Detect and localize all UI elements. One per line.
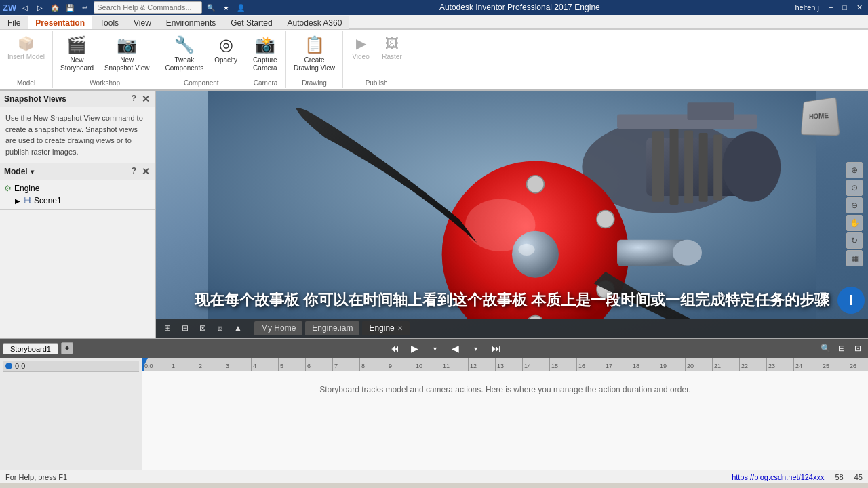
tab-a360[interactable]: Autodesk A360 xyxy=(280,16,350,29)
qa-user[interactable]: 👤 xyxy=(235,1,247,14)
timeline-area: 0.0 0.0123456789101112131415161718192021… xyxy=(0,358,868,470)
tab-file[interactable]: File xyxy=(0,16,28,29)
engine-tree-label: Engine xyxy=(14,184,39,193)
video-button[interactable]: ▶ Video xyxy=(346,33,376,64)
left-panel: Snapshot Views ? ✕ Use the New Snapshot … xyxy=(0,91,156,338)
tab-tools[interactable]: Tools xyxy=(92,16,126,29)
model-close-btn[interactable]: ✕ xyxy=(140,166,151,177)
tab-view[interactable]: View xyxy=(126,16,159,29)
drawing-group-label: Drawing xyxy=(289,78,340,87)
view-grid-toggle[interactable]: ⊟ xyxy=(178,321,193,336)
view-quad-btn[interactable]: ⧈ xyxy=(213,321,228,336)
tweak-label: TweakComponents xyxy=(165,56,203,73)
qa-undo[interactable]: ↩ xyxy=(79,1,91,14)
ruler-mark: 9 xyxy=(387,358,414,371)
ruler-mark: 23 xyxy=(766,358,793,371)
pan-btn[interactable]: ✋ xyxy=(846,215,863,231)
fit-timeline[interactable]: ⊡ xyxy=(850,342,865,355)
zoom-out-timeline[interactable]: ⊟ xyxy=(834,342,849,355)
search-input[interactable] xyxy=(97,3,192,12)
status-url: https://blog.csdn.net/124xxx xyxy=(732,473,824,481)
qa-forward[interactable]: ▷ xyxy=(34,1,46,14)
insert-model-button[interactable]: 📦 Insert Model xyxy=(3,33,50,64)
tree-item-scene1[interactable]: ▶ 🎞 Scene1 xyxy=(4,195,151,207)
engine-active-label: Engine xyxy=(369,323,394,333)
capture-camera-button[interactable]: 📸 CaptureCamera xyxy=(248,33,282,75)
snapshot-views-content: Use the New Snapshot View command to cre… xyxy=(0,107,155,163)
snapshot-close-btn[interactable]: ✕ xyxy=(140,94,151,104)
viewcube-box[interactable]: HOME xyxy=(801,97,840,136)
storyboard-tab-1[interactable]: Storyboard1 xyxy=(3,343,58,354)
tree-item-engine[interactable]: ⚙ Engine xyxy=(4,182,151,195)
titlebar: ZW ◁ ▷ 🏠 💾 ↩ 🔍 ★ 👤 Autodesk Inventor Pro… xyxy=(0,0,868,15)
storyboard-tab-label: Storyboard1 xyxy=(10,345,51,353)
ruler-marks: 0.01234567891011121314151617181920212223… xyxy=(142,358,868,371)
search-btn[interactable]: 🔍 xyxy=(205,1,217,14)
zoom-in-btn[interactable]: ⊕ xyxy=(846,162,863,178)
play-dropdown-btn[interactable]: ▾ xyxy=(428,342,443,355)
drawing-buttons: 📋 CreateDrawing View xyxy=(289,33,340,78)
snapshot-views-header: Snapshot Views ? ✕ xyxy=(0,91,155,107)
scene1-tree-label: Scene1 xyxy=(34,196,62,205)
ruler-mark: 11 xyxy=(441,358,468,371)
view-grid-btn[interactable]: ▦ xyxy=(846,250,863,266)
view-expand-btn[interactable]: ▲ xyxy=(231,321,245,336)
tab-environments[interactable]: Environments xyxy=(159,16,223,29)
snapshot-views-title: Snapshot Views xyxy=(4,94,66,104)
timeline-empty-message: Storyboard tracks model and camera actio… xyxy=(142,371,868,408)
play-btn[interactable]: ▶ xyxy=(408,342,422,355)
status-coord-y: 45 xyxy=(854,473,863,481)
zoom-out-btn[interactable]: ⊖ xyxy=(846,197,863,214)
search-bar[interactable] xyxy=(94,1,202,14)
model-help-btn[interactable]: ? xyxy=(132,166,136,177)
svg-rect-5 xyxy=(670,129,679,205)
model-header: Model ▾ ? ✕ xyxy=(0,163,155,180)
model-title: Model xyxy=(4,167,28,176)
new-storyboard-button[interactable]: 🎬 NewStoryboard xyxy=(56,33,98,75)
snapshot-views-section: Snapshot Views ? ✕ Use the New Snapshot … xyxy=(0,91,155,163)
qa-save[interactable]: 💾 xyxy=(64,1,76,14)
camera-icon: 📸 xyxy=(255,35,275,55)
svg-point-13 xyxy=(527,176,545,193)
orbit-btn[interactable]: ↻ xyxy=(846,232,863,249)
add-storyboard-btn[interactable]: + xyxy=(61,342,73,354)
ribbon-group-drawing: 📋 CreateDrawing View Drawing xyxy=(286,31,343,88)
view-layout-btn[interactable]: ⊞ xyxy=(160,321,175,336)
model-dropdown-icon[interactable]: ▾ xyxy=(31,168,34,176)
raster-button[interactable]: 🖼 Raster xyxy=(377,33,407,64)
close-window-btn[interactable]: ✕ xyxy=(854,3,865,13)
tab-presentation[interactable]: Presentation xyxy=(28,16,92,29)
tab-engine-iam[interactable]: Engine.iam xyxy=(305,321,359,335)
next-frame-btn[interactable]: ⏭ xyxy=(489,342,504,355)
tweak-components-button[interactable]: 🔧 TweakComponents xyxy=(160,33,208,75)
prev-dropdown-btn[interactable]: ▾ xyxy=(469,342,484,355)
tab-my-home[interactable]: My Home xyxy=(254,321,302,335)
zoom-in-timeline[interactable]: 🔍 xyxy=(818,342,833,355)
drawing-icon: 📋 xyxy=(304,35,325,55)
snapshot-help-btn[interactable]: ? xyxy=(132,94,136,104)
status-help-text: For Help, press F1 xyxy=(5,473,67,481)
viewcube-label: HOME xyxy=(809,111,829,120)
rewind-btn[interactable]: ⏮ xyxy=(387,342,402,355)
new-snapshot-view-button[interactable]: 📷 NewSnapshot View xyxy=(100,33,155,75)
zoom-fit-btn[interactable]: ⊙ xyxy=(846,180,863,196)
maximize-btn[interactable]: □ xyxy=(840,3,850,12)
viewcube[interactable]: HOME xyxy=(800,98,841,138)
tab-engine-active[interactable]: Engine ✕ xyxy=(362,321,409,335)
publish-group-label: Publish xyxy=(346,78,407,87)
qa-back[interactable]: ◁ xyxy=(19,1,31,14)
playback-controls: ⏮ ▶ ▾ ◀ ▾ ⏭ xyxy=(76,342,815,355)
view-split-btn[interactable]: ⊠ xyxy=(195,321,210,336)
minimize-btn[interactable]: − xyxy=(826,3,835,12)
opacity-button[interactable]: ◎ Opacity xyxy=(210,33,242,67)
prev-frame-btn[interactable]: ◀ xyxy=(448,342,463,355)
tab-get-started[interactable]: Get Started xyxy=(223,16,279,29)
create-drawing-view-button[interactable]: 📋 CreateDrawing View xyxy=(289,33,340,75)
ruler-mark: 13 xyxy=(495,358,522,371)
bottom-area: Storyboard1 + ⏮ ▶ ▾ ◀ ▾ ⏭ 🔍 ⊟ ⊡ 0.0 xyxy=(0,338,868,470)
svg-point-3 xyxy=(722,131,781,201)
timeline-playhead[interactable] xyxy=(142,358,144,371)
engine-tab-close[interactable]: ✕ xyxy=(397,325,403,332)
qa-star[interactable]: ★ xyxy=(220,1,232,14)
qa-home[interactable]: 🏠 xyxy=(49,1,61,14)
